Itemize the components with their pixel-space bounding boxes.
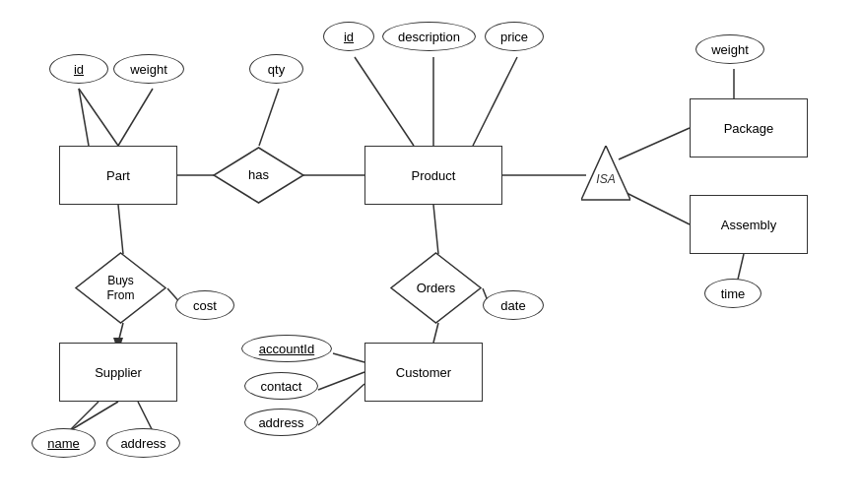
svg-line-26	[318, 384, 364, 425]
attr-package-weight: weight	[695, 34, 764, 64]
relationship-buys-from: BuysFrom	[74, 251, 167, 325]
attr-orders-date: date	[483, 290, 544, 320]
svg-line-2	[118, 89, 153, 146]
svg-line-24	[333, 353, 364, 362]
entity-product: Product	[364, 146, 502, 205]
relationship-has: has	[212, 146, 305, 205]
svg-line-1	[79, 89, 118, 146]
attr-has-qty: qty	[249, 54, 303, 84]
attr-supplier-name: name	[32, 428, 96, 458]
svg-line-25	[318, 372, 364, 390]
isa-triangle: ISA	[581, 146, 630, 205]
entity-assembly: Assembly	[690, 195, 808, 254]
svg-line-5	[259, 89, 279, 146]
attr-customer-address: address	[244, 409, 318, 436]
svg-line-20	[138, 402, 153, 431]
svg-text:ISA: ISA	[596, 172, 615, 186]
svg-line-19	[69, 402, 118, 431]
svg-line-18	[69, 402, 99, 431]
attr-part-weight: weight	[113, 54, 184, 84]
svg-line-6	[355, 57, 414, 146]
attr-part-id: id	[49, 54, 108, 84]
attr-assembly-time: time	[704, 279, 761, 308]
svg-line-21	[433, 205, 438, 254]
entity-supplier: Supplier	[59, 343, 177, 402]
attr-customer-contact: contact	[244, 372, 318, 400]
svg-line-0	[79, 89, 89, 146]
attr-product-price: price	[485, 22, 544, 51]
er-diagram: ISA Part Product Supplier Customer Packa…	[0, 0, 860, 504]
attr-product-id: id	[323, 22, 374, 51]
attr-customer-accountid: accountId	[241, 335, 332, 362]
attr-product-description: description	[382, 22, 476, 51]
svg-line-22	[433, 323, 438, 343]
entity-part: Part	[59, 146, 177, 205]
attr-supplier-address: address	[106, 428, 180, 458]
entity-customer: Customer	[364, 343, 483, 402]
svg-line-14	[118, 205, 123, 254]
relationship-orders: Orders	[389, 251, 483, 325]
svg-line-15	[118, 323, 123, 343]
entity-package: Package	[690, 98, 808, 158]
svg-line-8	[473, 57, 517, 146]
attr-buys-cost: cost	[175, 290, 234, 320]
